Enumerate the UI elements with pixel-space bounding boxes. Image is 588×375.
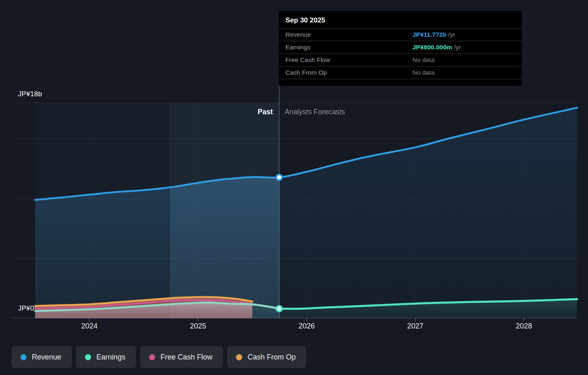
forecast-section-label: Analysts Forecasts (285, 108, 345, 116)
tooltip-row-value: No data (412, 69, 434, 76)
y-axis-top-label: JP¥18b (18, 90, 42, 98)
legend-label: Earnings (96, 353, 125, 362)
revenue-marker-point (276, 175, 282, 180)
x-axis-label-2028: 2028 (506, 322, 542, 331)
tooltip-row: RevenueJP¥11.772b/yr (279, 28, 522, 41)
legend-dot-icon (149, 354, 155, 360)
tooltip-row-value: No data (412, 56, 434, 63)
earnings-marker-point (276, 306, 282, 312)
revenue-area-forecast (279, 108, 577, 318)
tooltip-row-unit: /yr (448, 31, 455, 38)
legend-chip-earnings[interactable]: Earnings (76, 346, 136, 368)
tooltip-row-label: Earnings (285, 44, 310, 51)
tooltip-row-value: JP¥11.772b (412, 31, 447, 38)
y-axis-zero-label: JP¥0 (18, 304, 34, 313)
legend-dot-icon (20, 354, 27, 360)
tooltip-row: Cash From OpNo data (279, 66, 522, 79)
x-axis-label-2026: 2026 (288, 322, 325, 331)
legend-chip-free-cash-flow[interactable]: Free Cash Flow (140, 346, 223, 368)
legend-chip-revenue[interactable]: Revenue (11, 346, 72, 368)
financials-growth-chart-page: { "tooltip": { "date": "Sep 30 2025", "r… (0, 0, 588, 375)
past-section-label: Past (220, 108, 273, 116)
chart-legend: RevenueEarningsFree Cash FlowCash From O… (11, 346, 306, 368)
tooltip-row: Free Cash FlowNo data (279, 53, 522, 66)
tooltip-row-label: Cash From Op (285, 69, 327, 76)
legend-label: Revenue (32, 353, 61, 362)
tooltip-row-label: Free Cash Flow (285, 56, 330, 64)
tooltip-row-value: JP¥800.000m (412, 44, 452, 51)
tooltip-date: Sep 30 2025 (279, 11, 522, 28)
x-axis-label-2025: 2025 (180, 322, 216, 331)
revenue-area-past (35, 187, 170, 318)
tooltip-row-label: Revenue (285, 31, 311, 38)
x-axis-label-2027: 2027 (397, 322, 434, 331)
tooltip-row-unit: /yr (454, 44, 461, 51)
legend-dot-icon (85, 354, 91, 360)
legend-chip-cash-from-op[interactable]: Cash From Op (227, 346, 306, 368)
tooltip-row: EarningsJP¥800.000m/yr (279, 41, 522, 53)
hover-tooltip: Sep 30 2025 RevenueJP¥11.772b/yrEarnings… (279, 11, 522, 86)
legend-dot-icon (236, 354, 242, 360)
legend-label: Cash From Op (247, 353, 296, 362)
x-axis-label-2024: 2024 (71, 322, 108, 331)
legend-label: Free Cash Flow (160, 353, 212, 362)
